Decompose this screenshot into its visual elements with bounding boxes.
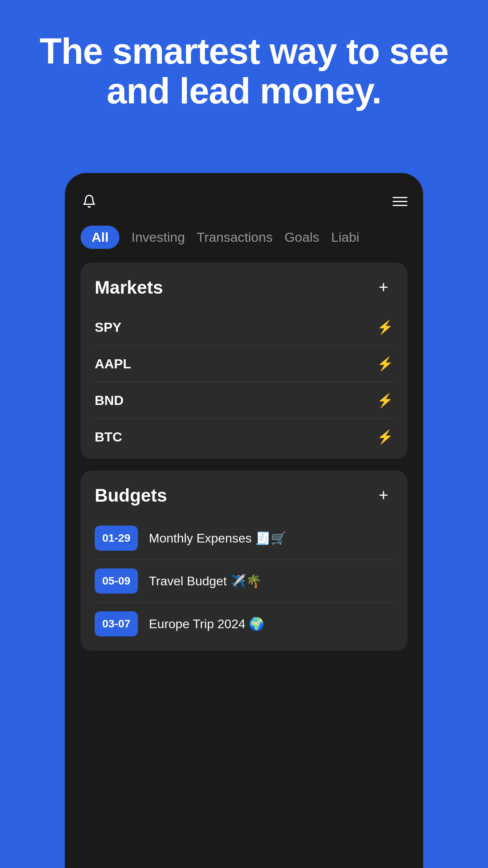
markets-card: Markets + SPY ⚡ AAPL ⚡ BND ⚡ BTC ⚡ xyxy=(81,263,407,459)
budget-label-europe: Europe Trip 2024 🌍 xyxy=(149,616,264,631)
menu-line-1 xyxy=(393,197,407,198)
budgets-card-header: Budgets + xyxy=(95,485,393,506)
lightning-icon-btc: ⚡ xyxy=(377,429,393,445)
bell-icon[interactable] xyxy=(81,193,98,210)
top-bar xyxy=(81,193,407,210)
market-name-bnd: BND xyxy=(95,393,124,408)
markets-card-title: Markets xyxy=(95,277,163,298)
market-row-aapl[interactable]: AAPL ⚡ xyxy=(95,346,393,382)
tab-goals[interactable]: Goals xyxy=(284,230,319,245)
budget-row-europe[interactable]: 03-07 Europe Trip 2024 🌍 xyxy=(95,603,393,636)
hero-title: The smartest way to see and lead money. xyxy=(24,31,464,111)
market-row-bnd[interactable]: BND ⚡ xyxy=(95,382,393,419)
menu-line-3 xyxy=(393,205,407,206)
menu-line-2 xyxy=(393,201,407,202)
tab-transactions[interactable]: Transactions xyxy=(197,230,273,245)
menu-icon[interactable] xyxy=(393,197,407,206)
budget-date-travel: 05-09 xyxy=(95,568,138,594)
phone-mockup: All Investing Transactions Goals Liabi M… xyxy=(65,173,423,868)
markets-add-icon: + xyxy=(379,279,389,296)
budgets-add-button[interactable]: + xyxy=(374,485,393,505)
markets-card-header: Markets + xyxy=(95,277,393,298)
market-name-aapl: AAPL xyxy=(95,356,131,371)
budget-date-monthly: 01-29 xyxy=(95,526,138,551)
tab-investing[interactable]: Investing xyxy=(131,230,185,245)
market-row-btc[interactable]: BTC ⚡ xyxy=(95,419,393,445)
budget-row-travel[interactable]: 05-09 Travel Budget ✈️🌴 xyxy=(95,560,393,603)
budget-label-travel: Travel Budget ✈️🌴 xyxy=(149,574,262,588)
budget-row-monthly[interactable]: 01-29 Monthly Expenses 🧾🛒 xyxy=(95,517,393,560)
market-name-spy: SPY xyxy=(95,320,121,335)
lightning-icon-bnd: ⚡ xyxy=(377,392,393,408)
tab-all[interactable]: All xyxy=(81,226,119,249)
budgets-add-icon: + xyxy=(379,487,389,504)
budgets-card: Budgets + 01-29 Monthly Expenses 🧾🛒 05-0… xyxy=(81,471,407,651)
budget-date-europe: 03-07 xyxy=(95,611,138,636)
budget-label-monthly: Monthly Expenses 🧾🛒 xyxy=(149,531,286,546)
market-row-spy[interactable]: SPY ⚡ xyxy=(95,309,393,346)
lightning-icon-aapl: ⚡ xyxy=(377,356,393,371)
lightning-icon-spy: ⚡ xyxy=(377,319,393,335)
budgets-card-title: Budgets xyxy=(95,485,167,506)
markets-add-button[interactable]: + xyxy=(374,278,393,297)
market-name-btc: BTC xyxy=(95,429,122,445)
tab-liabilities[interactable]: Liabi xyxy=(331,230,360,245)
tab-bar: All Investing Transactions Goals Liabi xyxy=(81,226,407,249)
